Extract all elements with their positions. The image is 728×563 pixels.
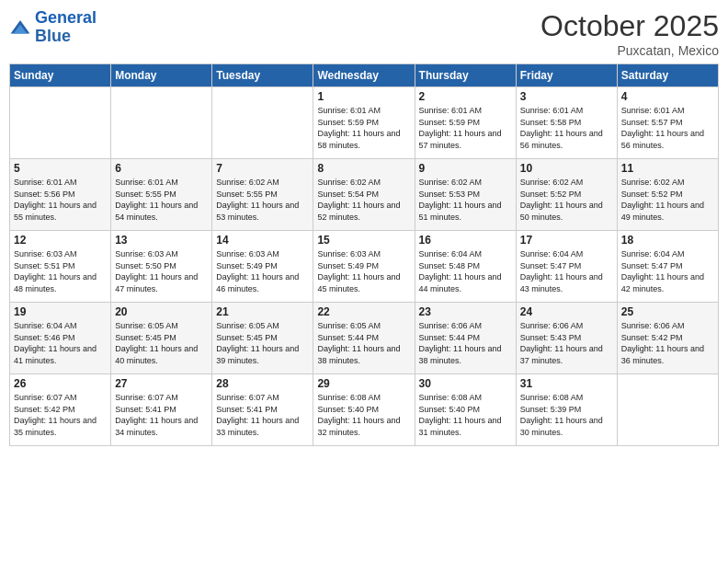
col-friday: Friday <box>516 64 617 87</box>
day-info-30: Sunrise: 6:08 AM Sunset: 5:40 PM Dayligh… <box>419 392 512 438</box>
calendar-cell-w4-d5: 23Sunrise: 6:06 AM Sunset: 5:44 PM Dayli… <box>415 303 516 374</box>
calendar-cell-w3-d1: 12Sunrise: 6:03 AM Sunset: 5:51 PM Dayli… <box>10 231 111 303</box>
week-row-3: 12Sunrise: 6:03 AM Sunset: 5:51 PM Dayli… <box>10 231 719 303</box>
day-info-19: Sunrise: 6:04 AM Sunset: 5:46 PM Dayligh… <box>14 320 107 366</box>
day-info-24: Sunrise: 6:06 AM Sunset: 5:43 PM Dayligh… <box>520 320 613 366</box>
week-row-5: 26Sunrise: 6:07 AM Sunset: 5:42 PM Dayli… <box>10 374 719 446</box>
calendar-header-row: Sunday Monday Tuesday Wednesday Thursday… <box>10 64 719 87</box>
page: General Blue October 2025 Puxcatan, Mexi… <box>0 0 728 563</box>
day-info-25: Sunrise: 6:06 AM Sunset: 5:42 PM Dayligh… <box>621 320 714 366</box>
day-number-18: 18 <box>621 234 714 247</box>
week-row-2: 5Sunrise: 6:01 AM Sunset: 5:56 PM Daylig… <box>10 159 719 231</box>
day-info-31: Sunrise: 6:08 AM Sunset: 5:39 PM Dayligh… <box>520 392 613 438</box>
calendar-cell-w2-d7: 11Sunrise: 6:02 AM Sunset: 5:52 PM Dayli… <box>617 159 718 231</box>
calendar-cell-w3-d7: 18Sunrise: 6:04 AM Sunset: 5:47 PM Dayli… <box>617 231 718 303</box>
day-number-2: 2 <box>419 90 512 103</box>
logo-line2: Blue <box>35 27 71 45</box>
logo-line1: General <box>35 8 97 27</box>
day-info-20: Sunrise: 6:05 AM Sunset: 5:45 PM Dayligh… <box>115 320 208 366</box>
week-row-1: 1Sunrise: 6:01 AM Sunset: 5:59 PM Daylig… <box>10 87 719 159</box>
calendar-cell-w2-d2: 6Sunrise: 6:01 AM Sunset: 5:55 PM Daylig… <box>111 159 212 231</box>
day-number-20: 20 <box>115 305 208 318</box>
calendar-cell-w4-d2: 20Sunrise: 6:05 AM Sunset: 5:45 PM Dayli… <box>111 303 212 374</box>
day-info-8: Sunrise: 6:02 AM Sunset: 5:54 PM Dayligh… <box>317 177 410 223</box>
col-wednesday: Wednesday <box>313 64 415 87</box>
day-number-15: 15 <box>317 234 410 247</box>
calendar-cell-w3-d4: 15Sunrise: 6:03 AM Sunset: 5:49 PM Dayli… <box>313 231 415 303</box>
calendar-table: Sunday Monday Tuesday Wednesday Thursday… <box>9 63 719 446</box>
calendar-cell-w3-d6: 17Sunrise: 6:04 AM Sunset: 5:47 PM Dayli… <box>516 231 617 303</box>
calendar-cell-w3-d5: 16Sunrise: 6:04 AM Sunset: 5:48 PM Dayli… <box>415 231 516 303</box>
day-info-6: Sunrise: 6:01 AM Sunset: 5:55 PM Dayligh… <box>115 177 208 223</box>
calendar-cell-w4-d6: 24Sunrise: 6:06 AM Sunset: 5:43 PM Dayli… <box>516 303 617 374</box>
day-info-29: Sunrise: 6:08 AM Sunset: 5:40 PM Dayligh… <box>317 392 410 438</box>
calendar-cell-w5-d4: 29Sunrise: 6:08 AM Sunset: 5:40 PM Dayli… <box>313 374 415 446</box>
day-number-16: 16 <box>419 234 512 247</box>
day-info-14: Sunrise: 6:03 AM Sunset: 5:49 PM Dayligh… <box>216 248 309 294</box>
day-number-17: 17 <box>520 234 613 247</box>
day-number-26: 26 <box>14 377 107 390</box>
day-info-22: Sunrise: 6:05 AM Sunset: 5:44 PM Dayligh… <box>317 320 410 366</box>
day-number-31: 31 <box>520 377 613 390</box>
calendar-cell-w1-d4: 1Sunrise: 6:01 AM Sunset: 5:59 PM Daylig… <box>313 87 415 159</box>
day-info-5: Sunrise: 6:01 AM Sunset: 5:56 PM Dayligh… <box>14 177 107 223</box>
calendar-cell-w4-d4: 22Sunrise: 6:05 AM Sunset: 5:44 PM Dayli… <box>313 303 415 374</box>
calendar-cell-w5-d5: 30Sunrise: 6:08 AM Sunset: 5:40 PM Dayli… <box>415 374 516 446</box>
day-number-9: 9 <box>419 162 512 175</box>
calendar-cell-w2-d3: 7Sunrise: 6:02 AM Sunset: 5:55 PM Daylig… <box>212 159 313 231</box>
calendar-cell-w1-d3 <box>212 87 313 159</box>
calendar-cell-w5-d7 <box>617 374 718 446</box>
logo: General Blue <box>9 9 97 46</box>
day-info-1: Sunrise: 6:01 AM Sunset: 5:59 PM Dayligh… <box>317 105 410 151</box>
day-number-3: 3 <box>520 90 613 103</box>
calendar-cell-w2-d6: 10Sunrise: 6:02 AM Sunset: 5:52 PM Dayli… <box>516 159 617 231</box>
calendar-cell-w1-d6: 3Sunrise: 6:01 AM Sunset: 5:58 PM Daylig… <box>516 87 617 159</box>
day-info-18: Sunrise: 6:04 AM Sunset: 5:47 PM Dayligh… <box>621 248 714 294</box>
day-info-11: Sunrise: 6:02 AM Sunset: 5:52 PM Dayligh… <box>621 177 714 223</box>
day-info-7: Sunrise: 6:02 AM Sunset: 5:55 PM Dayligh… <box>216 177 309 223</box>
logo-text: General Blue <box>35 9 97 46</box>
day-info-28: Sunrise: 6:07 AM Sunset: 5:41 PM Dayligh… <box>216 392 309 438</box>
calendar-cell-w2-d1: 5Sunrise: 6:01 AM Sunset: 5:56 PM Daylig… <box>10 159 111 231</box>
day-info-4: Sunrise: 6:01 AM Sunset: 5:57 PM Dayligh… <box>621 105 714 151</box>
day-number-5: 5 <box>14 162 107 175</box>
day-info-10: Sunrise: 6:02 AM Sunset: 5:52 PM Dayligh… <box>520 177 613 223</box>
calendar-cell-w1-d2 <box>111 87 212 159</box>
calendar-cell-w4-d3: 21Sunrise: 6:05 AM Sunset: 5:45 PM Dayli… <box>212 303 313 374</box>
day-number-6: 6 <box>115 162 208 175</box>
col-saturday: Saturday <box>617 64 718 87</box>
calendar-cell-w5-d2: 27Sunrise: 6:07 AM Sunset: 5:41 PM Dayli… <box>111 374 212 446</box>
calendar-cell-w4-d7: 25Sunrise: 6:06 AM Sunset: 5:42 PM Dayli… <box>617 303 718 374</box>
day-info-3: Sunrise: 6:01 AM Sunset: 5:58 PM Dayligh… <box>520 105 613 151</box>
day-info-21: Sunrise: 6:05 AM Sunset: 5:45 PM Dayligh… <box>216 320 309 366</box>
day-number-7: 7 <box>216 162 309 175</box>
col-sunday: Sunday <box>10 64 111 87</box>
day-info-26: Sunrise: 6:07 AM Sunset: 5:42 PM Dayligh… <box>14 392 107 438</box>
day-number-4: 4 <box>621 90 714 103</box>
calendar-cell-w3-d2: 13Sunrise: 6:03 AM Sunset: 5:50 PM Dayli… <box>111 231 212 303</box>
day-number-10: 10 <box>520 162 613 175</box>
day-number-30: 30 <box>419 377 512 390</box>
day-number-13: 13 <box>115 234 208 247</box>
day-info-17: Sunrise: 6:04 AM Sunset: 5:47 PM Dayligh… <box>520 248 613 294</box>
calendar-cell-w2-d4: 8Sunrise: 6:02 AM Sunset: 5:54 PM Daylig… <box>313 159 415 231</box>
day-number-27: 27 <box>115 377 208 390</box>
col-thursday: Thursday <box>415 64 516 87</box>
day-info-12: Sunrise: 6:03 AM Sunset: 5:51 PM Dayligh… <box>14 248 107 294</box>
calendar-cell-w2-d5: 9Sunrise: 6:02 AM Sunset: 5:53 PM Daylig… <box>415 159 516 231</box>
day-number-23: 23 <box>419 305 512 318</box>
calendar-body: 1Sunrise: 6:01 AM Sunset: 5:59 PM Daylig… <box>10 87 719 446</box>
title-block: October 2025 Puxcatan, Mexico <box>540 9 719 58</box>
day-number-14: 14 <box>216 234 309 247</box>
day-number-25: 25 <box>621 305 714 318</box>
day-info-23: Sunrise: 6:06 AM Sunset: 5:44 PM Dayligh… <box>419 320 512 366</box>
calendar-cell-w1-d1 <box>10 87 111 159</box>
calendar-cell-w1-d5: 2Sunrise: 6:01 AM Sunset: 5:59 PM Daylig… <box>415 87 516 159</box>
day-number-28: 28 <box>216 377 309 390</box>
day-number-22: 22 <box>317 305 410 318</box>
logo-icon <box>9 18 31 37</box>
day-info-27: Sunrise: 6:07 AM Sunset: 5:41 PM Dayligh… <box>115 392 208 438</box>
location: Puxcatan, Mexico <box>540 43 719 58</box>
day-info-2: Sunrise: 6:01 AM Sunset: 5:59 PM Dayligh… <box>419 105 512 151</box>
day-info-13: Sunrise: 6:03 AM Sunset: 5:50 PM Dayligh… <box>115 248 208 294</box>
